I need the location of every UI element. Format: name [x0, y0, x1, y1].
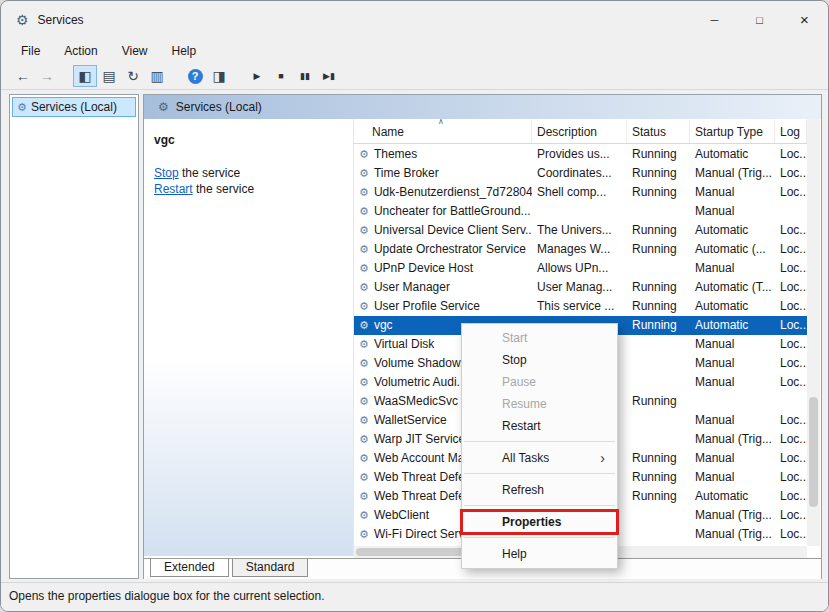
- service-row[interactable]: ⚙Universal Device Client Serv...The Univ…: [354, 221, 807, 240]
- minimize-button[interactable]: ─: [692, 1, 737, 38]
- service-gear-icon: ⚙: [359, 376, 369, 388]
- forward-icon[interactable]: →: [35, 65, 59, 87]
- service-gear-icon: ⚙: [359, 414, 369, 426]
- service-logon: [775, 202, 807, 221]
- service-logon: Loc...: [775, 297, 807, 316]
- column-header-status[interactable]: Status: [627, 120, 690, 143]
- service-gear-icon: ⚙: [359, 262, 369, 274]
- tree-item-label: Services (Local): [31, 100, 117, 114]
- service-logon: Loc...: [775, 449, 807, 468]
- service-name: WaaSMedicSvc: [374, 394, 458, 408]
- vertical-scrollbar-thumb[interactable]: [809, 397, 818, 507]
- menu-separator: [464, 537, 615, 538]
- service-startup: Manual (Trig...: [690, 430, 775, 449]
- service-logon: Loc...: [775, 506, 807, 525]
- service-row[interactable]: ⚙User ManagerUser Manag...RunningAutomat…: [354, 278, 807, 297]
- extended-info-pane: vgc Stop the service Restart the service: [144, 119, 354, 556]
- service-status: [627, 525, 690, 544]
- list-header: ∧ NameDescriptionStatusStartup TypeLog: [354, 120, 807, 144]
- stop-service-link[interactable]: Stop: [154, 166, 179, 180]
- menu-view[interactable]: View: [110, 40, 160, 62]
- column-header-description[interactable]: Description: [532, 120, 627, 143]
- tree-item-services-local[interactable]: ⚙ Services (Local): [12, 97, 136, 117]
- tab-standard[interactable]: Standard: [232, 559, 309, 577]
- service-name: Time Broker: [374, 166, 439, 180]
- service-row[interactable]: ⚙Uncheater for BattleGround...Manual: [354, 202, 807, 221]
- vertical-scrollbar[interactable]: [807, 119, 820, 546]
- service-row[interactable]: ⚙Udk-Benutzerdienst_7d72804Shell comp...…: [354, 183, 807, 202]
- service-status: Running: [627, 316, 690, 335]
- maximize-button[interactable]: □: [737, 1, 782, 38]
- service-status: Running: [627, 278, 690, 297]
- context-menu-item-pause: Pause: [462, 371, 617, 393]
- service-status: [627, 354, 690, 373]
- show-console-tree-icon[interactable]: ◧: [73, 65, 97, 87]
- service-gear-icon: ⚙: [359, 281, 369, 293]
- service-startup: Manual: [690, 335, 775, 354]
- service-status: [627, 373, 690, 392]
- context-menu-item-stop[interactable]: Stop: [462, 349, 617, 371]
- start-service-icon[interactable]: ▶: [245, 65, 269, 87]
- service-logon: Loc...: [775, 183, 807, 202]
- service-gear-icon: ⚙: [359, 148, 369, 160]
- service-logon: Loc...: [775, 525, 807, 544]
- service-gear-icon: ⚙: [359, 509, 369, 521]
- close-button[interactable]: ×: [782, 1, 827, 38]
- column-header-startup-type[interactable]: Startup Type: [690, 120, 775, 143]
- window-controls: ─ □ ×: [692, 1, 827, 38]
- context-menu-item-refresh[interactable]: Refresh: [462, 479, 617, 501]
- stop-service-icon[interactable]: ■: [269, 65, 293, 87]
- service-status: Running: [627, 164, 690, 183]
- service-name: User Profile Service: [374, 299, 480, 313]
- service-description: User Manag...: [532, 278, 627, 297]
- context-menu-item-properties[interactable]: Properties: [462, 511, 617, 533]
- service-gear-icon: ⚙: [359, 490, 369, 502]
- tab-extended[interactable]: Extended: [150, 559, 229, 577]
- context-menu-item-label: Start: [502, 331, 527, 345]
- menu-action[interactable]: Action: [52, 40, 109, 62]
- service-row[interactable]: ⚙Time BrokerCoordinates...RunningManual …: [354, 164, 807, 183]
- service-row[interactable]: ⚙ThemesProvides us...RunningAutomaticLoc…: [354, 145, 807, 164]
- service-startup: Manual (Trig...: [690, 525, 775, 544]
- context-menu-item-restart[interactable]: Restart: [462, 415, 617, 437]
- service-gear-icon: ⚙: [359, 167, 369, 179]
- service-status: [627, 335, 690, 354]
- service-startup: Automatic: [690, 221, 775, 240]
- services-window: ⚙ Services ─ □ × FileActionViewHelp ←→◧▤…: [0, 0, 829, 612]
- export-list-icon[interactable]: ▥: [145, 65, 169, 87]
- pause-service-icon[interactable]: ▮▮: [293, 65, 317, 87]
- back-icon[interactable]: ←: [11, 65, 35, 87]
- service-name: Udk-Benutzerdienst_7d72804: [374, 185, 532, 199]
- stop-service-line: Stop the service: [154, 165, 353, 181]
- service-name: UPnP Device Host: [374, 261, 473, 275]
- service-gear-icon: ⚙: [359, 243, 369, 255]
- restart-service-link[interactable]: Restart: [154, 182, 193, 196]
- service-startup: [690, 392, 775, 411]
- service-startup: Manual: [690, 354, 775, 373]
- service-startup: Automatic: [690, 487, 775, 506]
- restart-service-icon[interactable]: ▶▮: [317, 65, 341, 87]
- service-logon: Loc...: [775, 164, 807, 183]
- help-icon[interactable]: ?: [183, 65, 207, 87]
- refresh-icon[interactable]: ↻: [121, 65, 145, 87]
- service-description: This service ...: [532, 297, 627, 316]
- menu-help[interactable]: Help: [160, 40, 209, 62]
- properties-icon[interactable]: ▤: [97, 65, 121, 87]
- service-startup: Automatic (T...: [690, 278, 775, 297]
- service-logon: Loc...: [775, 373, 807, 392]
- service-row[interactable]: ⚙User Profile ServiceThis service ...Run…: [354, 297, 807, 316]
- service-startup: Manual (Trig...: [690, 506, 775, 525]
- context-menu-item-all-tasks[interactable]: All Tasks›: [462, 447, 617, 469]
- context-menu-item-label: Resume: [502, 397, 547, 411]
- service-row[interactable]: ⚙UPnP Device HostAllows UPn...ManualLoc.…: [354, 259, 807, 278]
- menu-file[interactable]: File: [9, 40, 52, 62]
- service-gear-icon: ⚙: [359, 338, 369, 350]
- service-logon: Loc...: [775, 354, 807, 373]
- context-menu-item-help[interactable]: Help: [462, 543, 617, 565]
- column-header-log[interactable]: Log: [775, 120, 807, 143]
- service-name: vgc: [374, 318, 393, 332]
- service-name: Web Threat Defe...: [374, 470, 475, 484]
- service-status: [627, 411, 690, 430]
- service-row[interactable]: ⚙Update Orchestrator ServiceManages W...…: [354, 240, 807, 259]
- show-action-pane-icon[interactable]: ◨: [207, 65, 231, 87]
